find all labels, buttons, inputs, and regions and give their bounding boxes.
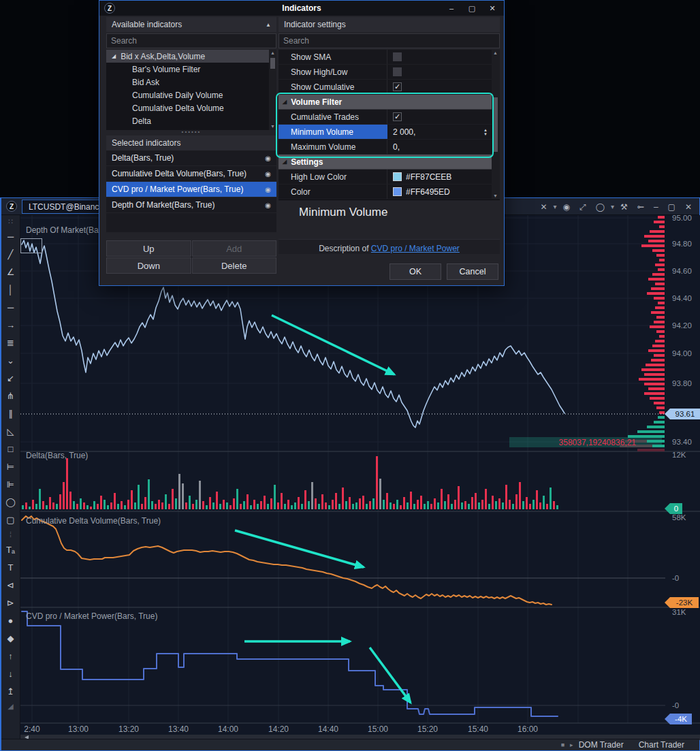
camera-icon[interactable]: ◉ <box>558 202 575 212</box>
selected-indicator-row[interactable]: Delta(Bars, True)◉ <box>106 150 276 166</box>
available-search-input[interactable] <box>106 33 276 48</box>
settings-row-value[interactable] <box>387 50 492 64</box>
segment-icon[interactable]: ─ <box>1 298 20 316</box>
angle-tool-icon[interactable]: ∠ <box>1 263 20 281</box>
scroll-down-icon[interactable]: ▼ <box>269 123 276 130</box>
tree-child-item[interactable]: Cumulative Delta Volume <box>106 101 276 114</box>
arrow-tool-icon[interactable]: → <box>1 316 20 334</box>
price-label-left-icon[interactable]: ⊲ <box>1 576 20 594</box>
scroll-down-icon[interactable]: ▼ <box>492 193 499 199</box>
tree-child-item[interactable]: Bid Ask <box>106 76 276 89</box>
text-anchored-icon[interactable]: Tₐ <box>1 541 20 558</box>
settings-row-value[interactable]: #FF6495ED <box>387 185 492 199</box>
dom-trader-tab[interactable]: DOM Trader <box>579 740 624 750</box>
scrollbar-thumb[interactable] <box>270 58 275 69</box>
color-swatch[interactable] <box>393 187 402 196</box>
fixed-volume-profile-icon[interactable]: ⊫ <box>1 475 20 493</box>
selected-indicator-row[interactable]: Cumulative Delta Volume(Bars, True)◉ <box>106 166 276 182</box>
expand-caret-icon[interactable]: ▸ <box>570 741 573 748</box>
settings-row[interactable]: Minimum Volume2 000,▲▼ <box>279 125 492 140</box>
selected-indicator-row[interactable]: CVD pro / Market Power(Bars, True)◉ <box>106 182 276 197</box>
drag-grip-icon[interactable]: ∷ <box>1 215 20 227</box>
corner-resize-icon[interactable]: ◢ <box>1 700 20 712</box>
pointer-arrow-icon[interactable]: ↙ <box>1 369 20 387</box>
settings-row[interactable]: Show High/Low <box>279 65 492 80</box>
ok-button[interactable]: OK <box>389 263 441 280</box>
checkbox[interactable]: ✓ <box>393 82 402 91</box>
settings-row-value[interactable]: #FF87CEEB <box>387 170 492 184</box>
pitchfork-icon[interactable]: ⋔ <box>1 387 20 404</box>
fullscreen-icon[interactable]: ⤢ <box>575 202 591 212</box>
arrow-up-marker-icon[interactable]: ↑ <box>1 647 20 665</box>
tree-group-item[interactable]: ◢Bid x Ask,Delta,Volume <box>106 50 276 63</box>
settings-row[interactable]: High Low Color#FF87CEEB <box>279 170 492 185</box>
pointer-dropdown-icon[interactable]: ▾ <box>552 203 558 210</box>
polyline-icon[interactable]: ⌄ <box>1 351 20 369</box>
pointer-tool-icon[interactable]: ✕ <box>535 202 552 212</box>
horizontal-line-icon[interactable]: ─ <box>1 227 20 245</box>
value-spinner[interactable]: ▲▼ <box>483 125 488 140</box>
dialog-minimize-icon[interactable]: – <box>441 1 462 16</box>
dotted-rect-icon[interactable]: ▢ <box>1 511 20 528</box>
expand-icon[interactable]: ◢ <box>112 53 116 59</box>
settings-row[interactable]: Maximum Volume0, <box>279 140 492 155</box>
arrow-down-marker-icon[interactable]: ↓ <box>1 665 20 682</box>
panel-icon[interactable]: ■ <box>561 741 564 748</box>
selected-indicator-row[interactable]: Depth Of Market(Bars, True)◉ <box>106 197 276 213</box>
splitter-grip[interactable]: •••••• <box>106 130 276 135</box>
visibility-eye-icon[interactable]: ◉ <box>265 202 271 209</box>
scrollbar-thumb[interactable] <box>493 97 498 152</box>
group-expand-icon[interactable]: ◢ <box>283 99 287 105</box>
scroll-up-icon[interactable]: ▲ <box>492 50 499 57</box>
down-button[interactable]: Down <box>106 257 191 274</box>
cancel-button[interactable]: Cancel <box>447 263 498 280</box>
settings-row[interactable]: Show Cumulative✓ <box>279 80 492 95</box>
settings-group-row[interactable]: ◢Settings <box>279 155 492 170</box>
settings-row-value[interactable]: ✓ <box>387 110 492 124</box>
settings-group-row[interactable]: ◢Volume Filter <box>279 95 492 110</box>
trend-line-icon[interactable]: ╱ <box>1 245 20 263</box>
settings-row-value[interactable]: ✓ <box>387 80 492 94</box>
dialog-titlebar[interactable]: Z Indicators – ▢ ✕ <box>99 1 504 16</box>
settings-search-input[interactable] <box>279 33 500 48</box>
tree-child-item[interactable]: Bar's Volume Filter <box>106 63 276 76</box>
settings-row-value[interactable]: 0, <box>387 140 492 154</box>
visibility-eye-icon[interactable]: ◉ <box>265 155 271 162</box>
scroll-up-icon[interactable]: ▲ <box>269 50 276 57</box>
shape-dropdown-icon[interactable]: ▾ <box>609 203 616 210</box>
tree-child-item[interactable]: Cumulative Daily Volume <box>106 89 276 101</box>
visibility-eye-icon[interactable]: ◉ <box>265 186 271 193</box>
text-tool-icon[interactable]: T <box>1 558 20 576</box>
dialog-maximize-icon[interactable]: ▢ <box>462 1 482 16</box>
ellipse-tool-icon[interactable]: ◯ <box>1 493 20 511</box>
diamond-marker-icon[interactable]: ◆ <box>1 629 20 647</box>
price-label-right-icon[interactable]: ⊳ <box>1 594 20 611</box>
settings-row-value[interactable] <box>387 65 492 79</box>
rectangle-tool-icon[interactable]: □ <box>1 440 20 458</box>
window-maximize-icon[interactable]: ▢ <box>663 202 680 212</box>
drag-grip2-icon[interactable]: ⁞ <box>1 528 20 541</box>
checkbox[interactable]: ✓ <box>393 112 402 121</box>
shape-tool-icon[interactable]: ◯ <box>591 202 609 212</box>
dialog-close-icon[interactable]: ✕ <box>482 1 503 16</box>
up-button[interactable]: Up <box>106 240 191 257</box>
vertical-line-icon[interactable]: │ <box>1 281 20 298</box>
settings-scrollbar[interactable]: ▲ ▼ <box>492 50 500 199</box>
chart-plot-area[interactable]: 358037,19240836,21Depth Of Market(Bars, … <box>20 215 700 740</box>
window-close-icon[interactable]: ✕ <box>680 202 697 212</box>
visibility-eye-icon[interactable]: ◉ <box>265 170 271 178</box>
order-list-icon[interactable]: ↥ <box>1 682 20 700</box>
settings-row[interactable]: Cumulative Trades✓ <box>279 110 492 125</box>
pin-icon[interactable]: ⊸ <box>633 202 649 212</box>
checkbox[interactable] <box>393 52 402 61</box>
delete-button[interactable]: Delete <box>192 257 277 274</box>
color-swatch[interactable] <box>393 172 402 181</box>
chart-trader-tab[interactable]: Chart Trader <box>639 740 684 750</box>
group-expand-icon[interactable]: ◢ <box>283 159 287 165</box>
tree-child-item[interactable]: Delta <box>106 114 276 127</box>
settings-tools-icon[interactable]: ⚒ <box>616 202 633 212</box>
settings-row[interactable]: Color#FF6495ED <box>279 185 492 199</box>
parallel-channel-icon[interactable]: ∥ <box>1 404 20 422</box>
add-button[interactable]: Add <box>192 240 277 257</box>
tree-scrollbar[interactable]: ▲ ▼ <box>269 50 276 130</box>
